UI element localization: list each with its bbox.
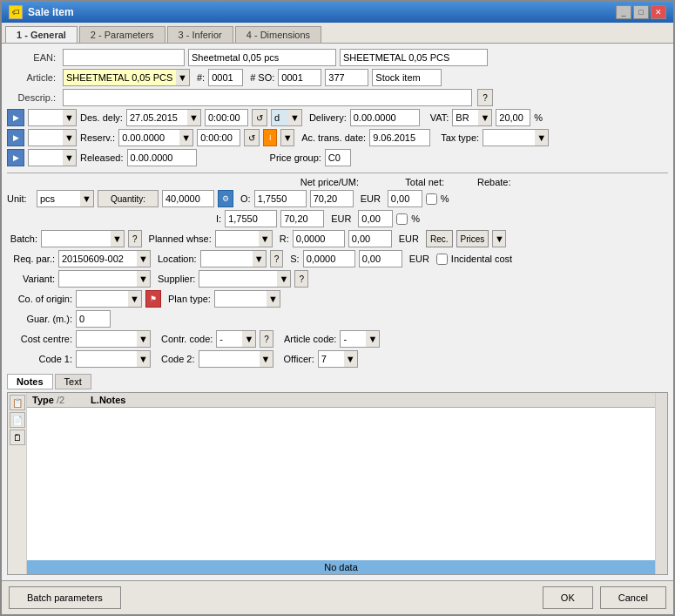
tax-type-input[interactable]	[483, 129, 535, 146]
ac-trans-input[interactable]: 9.06.2015	[369, 129, 430, 146]
released-side-input[interactable]	[28, 149, 63, 166]
notes-scrollbar[interactable]	[655, 393, 667, 574]
o-rebate-check[interactable]	[426, 193, 437, 205]
co-origin-icon[interactable]: ⚑	[145, 290, 161, 308]
vat-pct-input[interactable]: 20,00	[496, 109, 530, 126]
variant-input[interactable]	[58, 270, 137, 288]
sub-tab-notes[interactable]: Notes	[7, 374, 53, 389]
reserv-date-dropdown[interactable]: ▼	[179, 129, 193, 146]
reserv-orange-btn[interactable]: I	[263, 129, 277, 146]
co-origin-dropdown[interactable]: ▼	[128, 290, 142, 308]
des-dely-date-dropdown[interactable]: ▼	[187, 109, 201, 126]
quantity-calc-icon[interactable]: ⚙	[218, 190, 233, 207]
code1-input[interactable]	[76, 350, 137, 368]
notes-add-icon[interactable]: 📋	[10, 395, 25, 410]
des-dely-d-dropdown[interactable]: ▼	[288, 109, 302, 126]
price-group-input[interactable]: C0	[325, 149, 351, 166]
o-rebate-input[interactable]: 0,00	[388, 190, 422, 207]
code2-dropdown[interactable]: ▼	[260, 350, 273, 368]
tab-inferior[interactable]: 3 - Inferior	[167, 26, 233, 43]
cancel-button[interactable]: Cancel	[600, 586, 666, 609]
plan-type-dropdown[interactable]: ▼	[267, 290, 280, 308]
des-dely-side-dropdown[interactable]: ▼	[63, 109, 77, 126]
contr-code-dropdown[interactable]: ▼	[242, 330, 256, 348]
location-dropdown[interactable]: ▼	[253, 250, 267, 267]
ok-button[interactable]: OK	[543, 586, 593, 609]
article-code-dropdown[interactable]: ▼	[366, 330, 380, 348]
guar-input[interactable]: 0	[76, 310, 111, 328]
des-dely-time-input[interactable]: 0:00:00	[205, 109, 248, 126]
s-price-input[interactable]: 0,0000	[303, 250, 355, 267]
r-price-input[interactable]: 0,0000	[293, 230, 345, 247]
tax-type-dropdown[interactable]: ▼	[535, 129, 549, 146]
i-rebate-input[interactable]: 0,00	[358, 210, 393, 227]
reserv-icon1[interactable]: ▶	[7, 129, 24, 146]
des-dely-icon1[interactable]: ▶	[7, 109, 24, 126]
ean-desc1-input[interactable]: Sheetmetal 0,05 pcs	[188, 49, 336, 66]
unit-dropdown[interactable]: ▼	[80, 190, 94, 207]
tab-parameters[interactable]: 2 - Parameters	[79, 26, 165, 43]
prices-button[interactable]: Prices	[456, 230, 489, 247]
co-origin-input[interactable]	[76, 290, 128, 308]
reserv-side-input[interactable]	[28, 129, 63, 146]
batch-input[interactable]	[41, 230, 111, 247]
descrip-help-btn[interactable]: ?	[477, 89, 493, 106]
des-dely-d-input[interactable]	[271, 109, 288, 126]
article-num-input[interactable]: 0001	[208, 69, 243, 86]
prices-dropdown[interactable]: ▼	[492, 230, 506, 247]
supplier-input[interactable]	[199, 270, 277, 288]
des-dely-date-input[interactable]: 27.05.2015	[126, 109, 187, 126]
article-code-input[interactable]: -	[340, 330, 366, 348]
location-help-btn[interactable]: ?	[270, 250, 284, 267]
code1-dropdown[interactable]: ▼	[137, 350, 151, 368]
article-dropdown[interactable]: ▼	[176, 69, 190, 86]
req-par-input[interactable]: 20150609-002	[58, 250, 137, 267]
reserv-side-dropdown[interactable]: ▼	[63, 129, 77, 146]
des-dely-side-input[interactable]	[28, 109, 63, 126]
notes-delete-icon[interactable]: 🗒	[10, 430, 25, 445]
quantity-input[interactable]: 40,0000	[162, 190, 214, 207]
supplier-help-btn[interactable]: ?	[294, 270, 308, 288]
officer-dropdown[interactable]: ▼	[344, 350, 358, 368]
i-total-input[interactable]: 70,20	[280, 210, 324, 227]
ean-input[interactable]	[63, 49, 185, 66]
released-icon1[interactable]: ▶	[7, 149, 24, 166]
plan-type-input[interactable]	[214, 290, 267, 308]
planned-whse-dropdown[interactable]: ▼	[259, 230, 273, 247]
reserv-i-dropdown[interactable]: ▼	[280, 129, 294, 146]
location-input[interactable]	[200, 250, 253, 267]
officer-input[interactable]: 7	[318, 350, 344, 368]
vat-dropdown[interactable]: ▼	[478, 109, 492, 126]
ean-desc2-input[interactable]: SHEETMETAL 0,05 PCS	[340, 49, 488, 66]
descrip-input[interactable]	[63, 89, 472, 106]
des-dely-refresh-btn[interactable]: ↺	[252, 109, 267, 126]
o-total-input[interactable]: 70,20	[310, 190, 354, 207]
o-price-input[interactable]: 1,7550	[254, 190, 307, 207]
variant-dropdown[interactable]: ▼	[137, 270, 151, 288]
notes-edit-icon[interactable]: 📄	[10, 412, 25, 428]
reserv-date-input[interactable]: 0.00.0000	[118, 129, 179, 146]
released-side-dropdown[interactable]: ▼	[63, 149, 77, 166]
batch-params-button[interactable]: Batch parameters	[9, 586, 121, 609]
released-input[interactable]: 0.00.0000	[127, 149, 197, 166]
batch-dropdown[interactable]: ▼	[111, 230, 125, 247]
article-input[interactable]: SHEETMETAL 0,05 PCS	[63, 69, 176, 86]
close-button[interactable]: ✕	[651, 5, 666, 19]
sub-tab-text[interactable]: Text	[55, 374, 91, 389]
r-total-input[interactable]: 0,00	[348, 230, 392, 247]
incidental-check[interactable]	[436, 254, 448, 265]
batch-help-btn[interactable]: ?	[128, 230, 142, 247]
tab-dimensions[interactable]: 4 - Dimensions	[235, 26, 321, 43]
reserv-refresh-btn[interactable]: ↺	[244, 129, 260, 146]
i-rebate-check[interactable]	[396, 213, 408, 225]
req-par-dropdown[interactable]: ▼	[137, 250, 151, 267]
planned-whse-input[interactable]	[215, 230, 259, 247]
minimize-button[interactable]: _	[616, 5, 631, 19]
cost-centre-input[interactable]	[76, 330, 137, 348]
stock-item-input[interactable]: Stock item	[372, 69, 442, 86]
unit-input[interactable]: pcs	[37, 190, 80, 207]
maximize-button[interactable]: □	[633, 5, 649, 19]
delivery-input[interactable]: 0.00.0000	[350, 109, 420, 126]
so-right-input[interactable]: 377	[325, 69, 368, 86]
rec-button[interactable]: Rec.	[426, 230, 453, 247]
